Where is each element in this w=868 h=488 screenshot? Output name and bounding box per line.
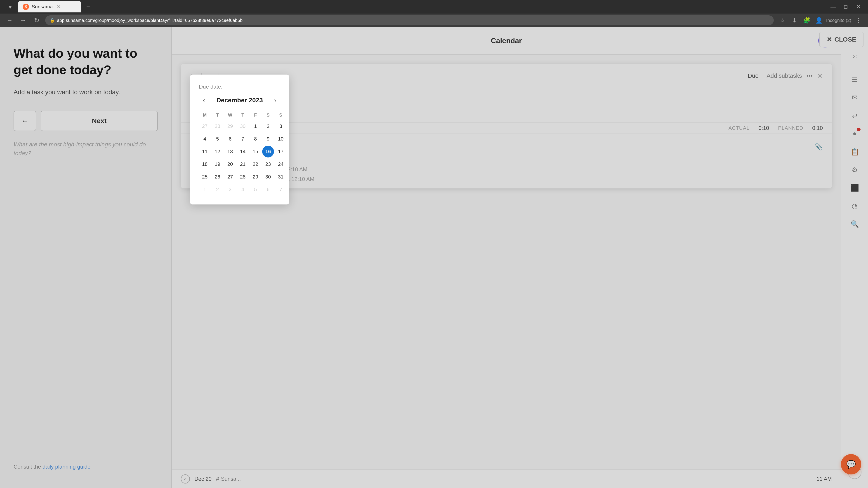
download-btn[interactable]: ⬇	[789, 15, 800, 25]
cal-header-F: F	[250, 111, 261, 120]
cal-day[interactable]: 2	[212, 184, 223, 195]
extensions-btn[interactable]: 🧩	[802, 15, 812, 25]
tab-close-btn[interactable]: ✕	[55, 3, 62, 10]
calendar-next-btn[interactable]: ›	[270, 95, 280, 105]
cal-day[interactable]: 27	[224, 171, 236, 183]
cal-day[interactable]: 5	[250, 184, 261, 195]
more-options-btn[interactable]: ⋮	[854, 15, 864, 25]
cal-day[interactable]: 7	[237, 133, 249, 145]
tab-title: Sunsama	[32, 4, 53, 10]
cal-day[interactable]: 19	[212, 158, 223, 170]
cal-day[interactable]: 8	[250, 133, 261, 145]
cal-day[interactable]: 15	[250, 146, 261, 158]
cal-day[interactable]: 28	[212, 121, 223, 132]
cal-day[interactable]: 14	[237, 146, 249, 158]
cal-day[interactable]: 26	[212, 171, 223, 183]
cal-day[interactable]: 1	[199, 184, 211, 195]
cal-day[interactable]: 27	[199, 121, 211, 132]
cal-day[interactable]: 18	[199, 158, 211, 170]
bookmark-btn[interactable]: ☆	[777, 15, 787, 25]
browser-actions: ☆ ⬇ 🧩 👤 Incognito (2) ⋮	[777, 15, 864, 25]
calendar-month-year: December 2023	[216, 97, 263, 104]
cal-day[interactable]: 2	[262, 121, 274, 132]
cal-day[interactable]: 30	[262, 171, 274, 183]
cal-day[interactable]: 6	[224, 133, 236, 145]
cal-day[interactable]: 1	[250, 121, 261, 132]
modal-overlay	[0, 27, 868, 488]
cal-day[interactable]: 9	[262, 133, 274, 145]
window-minimize-btn[interactable]: —	[828, 2, 838, 12]
cal-header-T2: T	[237, 111, 249, 120]
browser-chrome: ▾ S Sunsama ✕ + — □ ✕ ← → ↻ 🔒 app.sunsam…	[0, 0, 868, 27]
cal-day[interactable]: 11	[199, 146, 211, 158]
calendar-label: Due date:	[199, 84, 280, 90]
address-bar: ← → ↻ 🔒 app.sunsama.com/group/moodjoy_wo…	[0, 13, 868, 27]
cal-day[interactable]: 21	[237, 158, 249, 170]
cal-day[interactable]: 25	[199, 171, 211, 183]
cal-day[interactable]: 24	[275, 158, 287, 170]
calendar-header: ‹ December 2023 ›	[199, 95, 280, 105]
cal-day[interactable]: 13	[224, 146, 236, 158]
cal-header-S1: S	[262, 111, 274, 120]
cal-day[interactable]: 7	[275, 184, 287, 195]
cal-day[interactable]: 28	[237, 171, 249, 183]
cal-day[interactable]: 6	[262, 184, 274, 195]
cal-day[interactable]: 31	[275, 171, 287, 183]
cal-day[interactable]: 5	[212, 133, 223, 145]
cal-day[interactable]: 12	[212, 146, 223, 158]
cal-day[interactable]: 10	[275, 133, 287, 145]
incognito-label: Incognito (2)	[826, 18, 851, 23]
url-text: app.sunsama.com/group/moodjoy_workspace/…	[57, 18, 769, 23]
cal-day[interactable]: 29	[224, 121, 236, 132]
cal-day-today[interactable]: 16	[262, 146, 274, 158]
cal-day[interactable]: 30	[237, 121, 249, 132]
nav-back-btn[interactable]: ←	[4, 15, 14, 25]
cal-day[interactable]: 4	[237, 184, 249, 195]
cal-day[interactable]: 3	[275, 121, 287, 132]
nav-forward-btn[interactable]: →	[18, 15, 28, 25]
new-tab-btn[interactable]: +	[84, 2, 93, 11]
calendar-prev-btn[interactable]: ‹	[199, 95, 209, 105]
cal-day[interactable]: 4	[199, 133, 211, 145]
cal-day[interactable]: 17	[275, 146, 287, 158]
cal-header-W: W	[224, 111, 236, 120]
browser-tab-active[interactable]: S Sunsama ✕	[18, 1, 81, 12]
cal-day[interactable]: 23	[262, 158, 274, 170]
tab-bar: ▾ S Sunsama ✕ + — □ ✕	[0, 0, 868, 13]
url-lock-icon: 🔒	[50, 18, 55, 23]
window-close-btn[interactable]: ✕	[854, 2, 864, 12]
cal-day[interactable]: 22	[250, 158, 261, 170]
profile-btn[interactable]: 👤	[814, 15, 824, 25]
cal-header-M: M	[199, 111, 211, 120]
cal-day[interactable]: 20	[224, 158, 236, 170]
cal-header-S2: S	[275, 111, 287, 120]
calendar-popup: Due date: ‹ December 2023 › M T W T F S …	[190, 74, 289, 204]
window-controls: — □ ✕	[828, 2, 864, 12]
cal-day[interactable]: 29	[250, 171, 261, 183]
tab-favicon: S	[23, 4, 29, 10]
calendar-grid: M T W T F S S 27 28 29 30 1 2 3 4 5 6 7 …	[199, 111, 280, 195]
nav-refresh-btn[interactable]: ↻	[32, 15, 41, 25]
window-maximize-btn[interactable]: □	[841, 2, 851, 12]
url-bar[interactable]: 🔒 app.sunsama.com/group/moodjoy_workspac…	[45, 15, 774, 25]
cal-day[interactable]: 3	[224, 184, 236, 195]
cal-header-T1: T	[212, 111, 223, 120]
tab-dropdown-btn[interactable]: ▾	[4, 1, 16, 12]
